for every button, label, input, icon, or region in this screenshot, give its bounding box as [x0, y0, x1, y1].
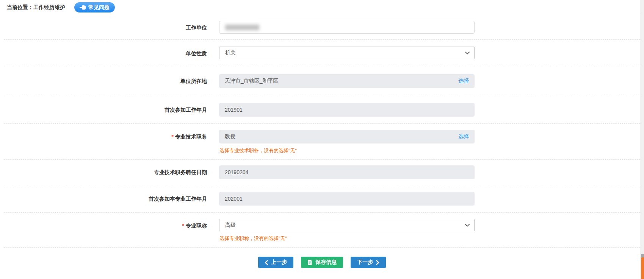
- field-label: 单位性质: [4, 47, 207, 57]
- chevron-down-icon: [465, 224, 470, 227]
- side-widget-orange[interactable]: [641, 257, 644, 279]
- required-asterisk: *: [182, 223, 184, 229]
- field-label: 专业技术职务聘任日期: [4, 165, 207, 176]
- document-icon: [307, 260, 312, 265]
- form-row-technical-position: *专业技术职务 教授 选择 选择专业技术职务，没有的选择"无": [4, 124, 640, 160]
- professional-title-hint: 选择专业职称，没有的选择"无": [219, 235, 475, 242]
- field-label: 工作单位: [4, 21, 207, 31]
- field-value: 20190204: [225, 169, 248, 175]
- next-step-button[interactable]: 下一步: [351, 257, 386, 268]
- prev-step-button[interactable]: 上一步: [258, 257, 293, 268]
- top-bar: 当前位置：工作经历维护 常见问题: [0, 0, 640, 15]
- work-unit-input[interactable]: [219, 21, 475, 34]
- unit-location-field: 天津市_市辖区_和平区 选择: [219, 74, 475, 88]
- chevron-right-icon: [376, 260, 379, 265]
- faq-button[interactable]: 常见问题: [74, 2, 115, 12]
- unit-location-pick-link[interactable]: 选择: [458, 78, 469, 84]
- professional-title-select[interactable]: 高级: [219, 219, 475, 231]
- technical-position-pick-link[interactable]: 选择: [458, 133, 469, 140]
- page: 当前位置：工作经历维护 常见问题 工作单位: [0, 0, 644, 279]
- unit-nature-select[interactable]: 机关: [219, 47, 475, 59]
- selected-value: 机关: [225, 50, 236, 56]
- field-value: 教授: [225, 133, 235, 140]
- technical-position-field: 教授 选择: [219, 130, 475, 143]
- field-value: 天津市_市辖区_和平区: [225, 78, 279, 84]
- field-label: 首次参加本专业工作年月: [4, 192, 207, 203]
- breadcrumb: 当前位置：工作经历维护: [7, 4, 65, 11]
- first-profession-date-field: 202001: [219, 192, 475, 206]
- first-work-date-field: 201901: [219, 103, 475, 117]
- selected-value: 高级: [225, 222, 236, 229]
- form-row-work-unit: 工作单位: [4, 15, 640, 40]
- chevron-down-icon: [465, 51, 470, 55]
- faq-button-label: 常见问题: [88, 4, 110, 11]
- technical-position-hint: 选择专业技术职务，没有的选择"无": [219, 147, 475, 154]
- redacted-value: [225, 25, 259, 30]
- form-row-professional-title: *专业职称 高级 选择专业职称，没有的选择"无": [4, 213, 640, 248]
- pointing-hand-icon: [80, 5, 86, 10]
- form-row-appointment-date: 专业技术职务聘任日期 20190204: [4, 160, 640, 185]
- appointment-date-field: 20190204: [219, 165, 475, 179]
- form-actions: 上一步 保存信息 下一步: [0, 248, 644, 277]
- form-row-unit-location: 单位所在地 天津市_市辖区_和平区 选择: [4, 66, 640, 96]
- form-row-first-work-date: 首次参加工作年月 201901: [4, 96, 640, 124]
- save-button[interactable]: 保存信息: [301, 257, 343, 268]
- scrollbar-thumb[interactable]: [641, 254, 644, 257]
- field-value: 202001: [225, 196, 243, 202]
- form-row-unit-nature: 单位性质 机关: [4, 40, 640, 66]
- field-label: *专业职称: [4, 219, 207, 229]
- field-value: 201901: [225, 107, 243, 113]
- field-label: 单位所在地: [4, 74, 207, 85]
- scrollbar-track[interactable]: [640, 0, 644, 279]
- field-label: *专业技术职务: [4, 130, 207, 140]
- form-row-first-profession-date: 首次参加本专业工作年月 202001: [4, 185, 640, 213]
- chevron-left-icon: [265, 260, 268, 265]
- work-experience-form: 工作单位 单位性质 机关: [4, 15, 640, 248]
- field-label: 首次参加工作年月: [4, 103, 207, 114]
- required-asterisk: *: [172, 134, 174, 140]
